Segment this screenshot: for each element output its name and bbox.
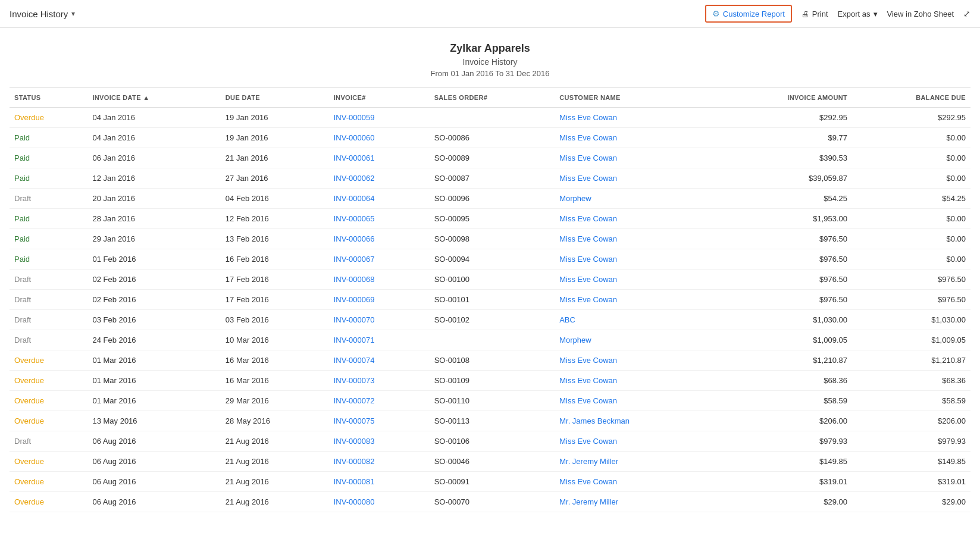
invoice-link[interactable]: INV-000059	[334, 113, 375, 122]
cell-customer[interactable]: Miss Eve Cowan	[555, 391, 713, 411]
cell-invoice-date: 04 Jan 2016	[87, 128, 220, 148]
cell-invoice-num[interactable]: INV-000062	[329, 168, 430, 189]
cell-sales-order: SO-00106	[430, 431, 555, 452]
customer-link[interactable]: Mr. James Beckman	[559, 416, 630, 425]
customer-link[interactable]: Miss Eve Cowan	[559, 234, 617, 243]
invoice-link[interactable]: INV-000062	[334, 174, 375, 183]
cell-customer[interactable]: Mr. Jeremy Miller	[555, 492, 713, 512]
cell-customer[interactable]: Miss Eve Cowan	[555, 168, 713, 189]
invoice-link[interactable]: INV-000064	[334, 194, 375, 203]
export-button[interactable]: Export as ▾	[838, 10, 878, 18]
cell-invoice-num[interactable]: INV-000059	[329, 108, 430, 128]
cell-customer[interactable]: Miss Eve Cowan	[555, 128, 713, 148]
col-due-date: DUE DATE	[221, 88, 329, 108]
cell-customer[interactable]: Morphew	[555, 189, 713, 209]
cell-status: Draft	[10, 189, 87, 209]
customer-link[interactable]: Miss Eve Cowan	[559, 255, 617, 264]
report-dropdown-label[interactable]: Invoice History	[10, 9, 68, 19]
customer-link[interactable]: Mr. Jeremy Miller	[559, 457, 618, 466]
customer-link[interactable]: Miss Eve Cowan	[559, 396, 617, 405]
cell-customer[interactable]: Miss Eve Cowan	[555, 371, 713, 391]
cell-customer[interactable]: ABC	[555, 310, 713, 330]
cell-invoice-amount: $292.95	[713, 108, 852, 128]
customer-link[interactable]: Mr. Jeremy Miller	[559, 497, 618, 506]
cell-invoice-date: 12 Jan 2016	[87, 168, 220, 189]
customer-link[interactable]: Miss Eve Cowan	[559, 113, 617, 122]
invoice-link[interactable]: INV-000075	[334, 416, 375, 425]
cell-invoice-num[interactable]: INV-000074	[329, 350, 430, 371]
customer-link[interactable]: Morphew	[559, 336, 591, 344]
customer-link[interactable]: Miss Eve Cowan	[559, 133, 617, 142]
cell-customer[interactable]: Mr. James Beckman	[555, 411, 713, 431]
invoice-link[interactable]: INV-000080	[334, 497, 375, 506]
cell-status: Paid	[10, 249, 87, 270]
customer-link[interactable]: Miss Eve Cowan	[559, 214, 617, 223]
invoice-link[interactable]: INV-000081	[334, 477, 375, 486]
customer-link[interactable]: Morphew	[559, 194, 591, 203]
cell-invoice-num[interactable]: INV-000060	[329, 128, 430, 148]
cell-invoice-num[interactable]: INV-000064	[329, 189, 430, 209]
cell-customer[interactable]: Miss Eve Cowan	[555, 229, 713, 249]
invoice-link[interactable]: INV-000068	[334, 275, 375, 284]
report-date-range: From 01 Jan 2016 To 31 Dec 2016	[0, 69, 980, 78]
cell-customer[interactable]: Miss Eve Cowan	[555, 148, 713, 168]
invoice-link[interactable]: INV-000069	[334, 295, 375, 304]
status-badge: Overdue	[14, 113, 44, 122]
customer-link[interactable]: Miss Eve Cowan	[559, 174, 617, 183]
customize-report-button[interactable]: ⚙ Customize Report	[705, 5, 792, 23]
customer-link[interactable]: Miss Eve Cowan	[559, 356, 617, 365]
cell-invoice-num[interactable]: INV-000067	[329, 249, 430, 270]
invoice-link[interactable]: INV-000067	[334, 255, 375, 264]
table-row: Paid 12 Jan 2016 27 Jan 2016 INV-000062 …	[10, 168, 970, 189]
cell-invoice-num[interactable]: INV-000072	[329, 391, 430, 411]
expand-button[interactable]: ⤢	[963, 9, 970, 18]
cell-invoice-num[interactable]: INV-000081	[329, 472, 430, 492]
cell-balance-due: $976.50	[852, 290, 970, 310]
customer-link[interactable]: ABC	[559, 315, 575, 324]
cell-customer[interactable]: Miss Eve Cowan	[555, 350, 713, 371]
invoice-link[interactable]: INV-000074	[334, 356, 375, 365]
cell-invoice-num[interactable]: INV-000066	[329, 229, 430, 249]
cell-invoice-num[interactable]: INV-000069	[329, 290, 430, 310]
cell-invoice-num[interactable]: INV-000071	[329, 330, 430, 350]
cell-customer[interactable]: Miss Eve Cowan	[555, 431, 713, 452]
cell-invoice-num[interactable]: INV-000070	[329, 310, 430, 330]
cell-invoice-num[interactable]: INV-000080	[329, 492, 430, 512]
print-button[interactable]: 🖨 Print	[801, 10, 828, 18]
customer-link[interactable]: Miss Eve Cowan	[559, 153, 617, 162]
cell-sales-order	[430, 330, 555, 350]
invoice-link[interactable]: INV-000070	[334, 315, 375, 324]
invoice-link[interactable]: INV-000083	[334, 437, 375, 446]
cell-customer[interactable]: Miss Eve Cowan	[555, 270, 713, 290]
cell-customer[interactable]: Miss Eve Cowan	[555, 290, 713, 310]
view-in-zoho-button[interactable]: View in Zoho Sheet	[887, 10, 954, 18]
cell-customer[interactable]: Miss Eve Cowan	[555, 249, 713, 270]
invoice-link[interactable]: INV-000061	[334, 153, 375, 162]
cell-customer[interactable]: Morphew	[555, 330, 713, 350]
customer-link[interactable]: Miss Eve Cowan	[559, 437, 617, 446]
invoice-link[interactable]: INV-000073	[334, 376, 375, 385]
cell-invoice-num[interactable]: INV-000083	[329, 431, 430, 452]
dropdown-arrow-icon[interactable]: ▾	[71, 10, 75, 18]
customer-link[interactable]: Miss Eve Cowan	[559, 295, 617, 304]
invoice-link[interactable]: INV-000071	[334, 336, 375, 344]
cell-invoice-num[interactable]: INV-000065	[329, 209, 430, 229]
cell-invoice-num[interactable]: INV-000061	[329, 148, 430, 168]
invoice-link[interactable]: INV-000072	[334, 396, 375, 405]
customer-link[interactable]: Miss Eve Cowan	[559, 477, 617, 486]
cell-invoice-num[interactable]: INV-000082	[329, 452, 430, 472]
cell-invoice-num[interactable]: INV-000075	[329, 411, 430, 431]
invoice-link[interactable]: INV-000060	[334, 133, 375, 142]
cell-customer[interactable]: Miss Eve Cowan	[555, 209, 713, 229]
invoice-link[interactable]: INV-000065	[334, 214, 375, 223]
cell-invoice-date: 24 Feb 2016	[87, 330, 220, 350]
cell-customer[interactable]: Miss Eve Cowan	[555, 108, 713, 128]
cell-invoice-num[interactable]: INV-000073	[329, 371, 430, 391]
cell-customer[interactable]: Miss Eve Cowan	[555, 472, 713, 492]
customer-link[interactable]: Miss Eve Cowan	[559, 275, 617, 284]
customer-link[interactable]: Miss Eve Cowan	[559, 376, 617, 385]
invoice-link[interactable]: INV-000066	[334, 234, 375, 243]
cell-invoice-num[interactable]: INV-000068	[329, 270, 430, 290]
cell-customer[interactable]: Mr. Jeremy Miller	[555, 452, 713, 472]
invoice-link[interactable]: INV-000082	[334, 457, 375, 466]
